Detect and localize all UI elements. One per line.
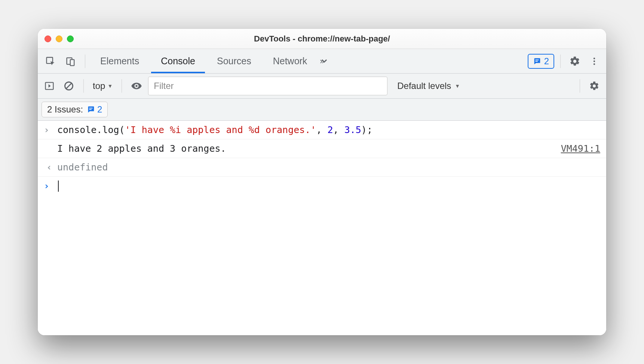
tab-sources[interactable]: Sources bbox=[207, 49, 261, 73]
input-chevron-icon: › bbox=[44, 124, 52, 135]
chat-icon bbox=[533, 57, 541, 65]
gear-icon bbox=[569, 56, 580, 67]
text-cursor bbox=[58, 181, 59, 192]
context-selector[interactable]: top ▼ bbox=[91, 79, 115, 93]
chat-icon bbox=[87, 105, 95, 114]
filter-input[interactable] bbox=[148, 77, 387, 95]
console-input-row: › console.log('I have %i apples and %d o… bbox=[38, 121, 606, 139]
toggle-sidebar-button[interactable] bbox=[42, 78, 57, 94]
live-expression-button[interactable] bbox=[129, 78, 144, 94]
return-arrow-icon: › bbox=[44, 162, 52, 173]
issues-chip-count: 2 bbox=[97, 104, 102, 115]
titlebar: DevTools - chrome://new-tab-page/ bbox=[38, 29, 606, 49]
console-prompt-row[interactable]: › bbox=[38, 177, 606, 195]
minimize-window-button[interactable] bbox=[56, 36, 62, 42]
kebab-icon bbox=[589, 56, 599, 66]
eye-icon bbox=[131, 80, 142, 92]
clear-icon bbox=[64, 81, 74, 91]
gear-icon bbox=[589, 81, 599, 91]
svg-rect-12 bbox=[89, 108, 92, 108]
divider bbox=[83, 79, 84, 93]
source-link[interactable]: VM491:1 bbox=[561, 143, 600, 154]
window-title: DevTools - chrome://new-tab-page/ bbox=[38, 34, 606, 44]
clear-console-button[interactable] bbox=[61, 78, 77, 94]
divider bbox=[580, 79, 580, 93]
inspect-element-icon[interactable] bbox=[42, 52, 59, 70]
main-tabbar: Elements Console Sources Network » 2 bbox=[38, 49, 606, 74]
prompt-chevron-icon: › bbox=[44, 181, 52, 191]
tab-console[interactable]: Console bbox=[151, 49, 205, 73]
tab-elements[interactable]: Elements bbox=[91, 49, 149, 73]
console-settings-button[interactable] bbox=[586, 78, 602, 94]
divider bbox=[560, 55, 561, 68]
dropdown-caret-icon: ▼ bbox=[107, 83, 113, 89]
close-window-button[interactable] bbox=[45, 36, 51, 42]
settings-button[interactable] bbox=[567, 53, 583, 70]
dropdown-caret-icon: ▼ bbox=[455, 83, 460, 89]
issues-bar: 2 Issues: 2 bbox=[38, 99, 606, 121]
issues-label: 2 Issues: bbox=[47, 104, 83, 115]
levels-label: Default levels bbox=[397, 81, 451, 91]
devtools-window: DevTools - chrome://new-tab-page/ Elemen… bbox=[38, 29, 606, 335]
context-label: top bbox=[93, 81, 105, 91]
console-log-message: I have 2 apples and 3 oranges. bbox=[57, 143, 556, 154]
console-return-row: › undefined bbox=[38, 158, 606, 177]
console-output: › console.log('I have %i apples and %d o… bbox=[38, 121, 606, 335]
console-toolbar: top ▼ Default levels ▼ bbox=[38, 74, 606, 99]
traffic-lights bbox=[45, 36, 74, 42]
maximize-window-button[interactable] bbox=[67, 36, 74, 42]
tab-network[interactable]: Network bbox=[263, 49, 317, 73]
svg-point-11 bbox=[135, 85, 138, 87]
svg-rect-2 bbox=[70, 59, 74, 65]
svg-point-7 bbox=[594, 63, 595, 65]
log-levels-selector[interactable]: Default levels ▼ bbox=[395, 79, 462, 93]
issues-count: 2 bbox=[544, 56, 549, 67]
console-input-code: console.log('I have %i apples and %d ora… bbox=[57, 124, 600, 135]
device-toggle-icon[interactable] bbox=[62, 52, 80, 70]
divider bbox=[122, 79, 122, 93]
svg-point-6 bbox=[594, 60, 595, 62]
svg-rect-4 bbox=[535, 61, 537, 62]
svg-line-10 bbox=[66, 83, 71, 89]
console-prompt-input[interactable] bbox=[57, 181, 600, 192]
issues-chip[interactable]: 2 Issues: 2 bbox=[42, 102, 108, 117]
sidebar-icon bbox=[44, 81, 55, 91]
svg-rect-3 bbox=[535, 59, 539, 60]
more-tabs-button[interactable]: » bbox=[319, 54, 334, 69]
svg-rect-13 bbox=[89, 109, 91, 110]
console-log-row: I have 2 apples and 3 oranges. VM491:1 bbox=[38, 139, 606, 158]
console-return-value: undefined bbox=[57, 162, 600, 173]
svg-point-5 bbox=[594, 58, 595, 59]
issues-indicator[interactable]: 2 bbox=[528, 54, 554, 69]
divider bbox=[85, 55, 85, 68]
more-options-button[interactable] bbox=[586, 53, 602, 70]
